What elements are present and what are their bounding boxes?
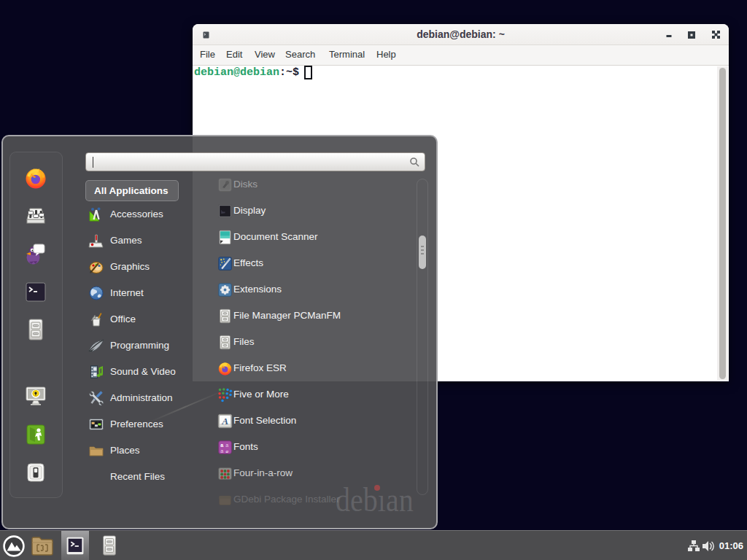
svg-text:a: a <box>225 448 228 454</box>
svg-text:a: a <box>220 443 223 448</box>
svg-text:A: A <box>221 416 228 427</box>
svg-text:a: a <box>220 448 223 454</box>
svg-text:a: a <box>225 443 228 448</box>
